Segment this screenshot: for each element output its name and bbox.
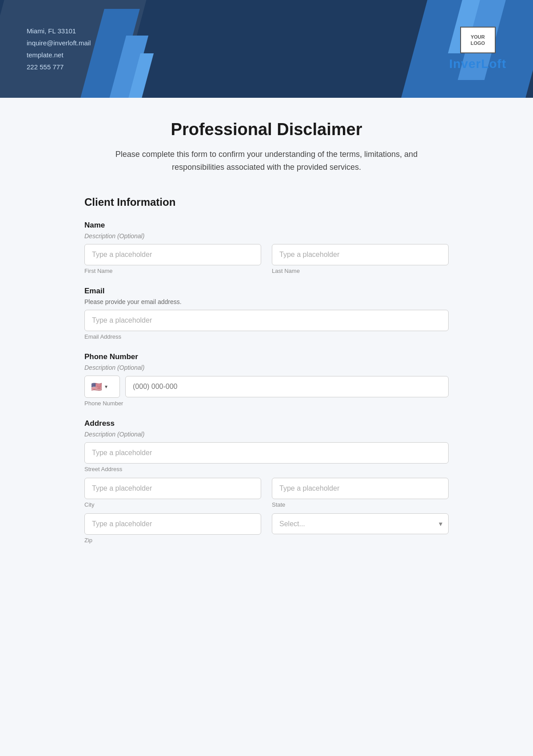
city-state-row: City State xyxy=(84,478,449,508)
phone-label: Phone Number xyxy=(84,352,449,361)
zip-hint: Zip xyxy=(84,537,261,544)
logo-box: YOUR LOGO xyxy=(460,27,496,53)
street-row: Street Address xyxy=(84,442,449,472)
brand-name: InverLoft xyxy=(449,57,506,71)
main-content: Professional Disclaimer Please complete … xyxy=(0,98,533,584)
email-hint: Email Address xyxy=(84,333,449,340)
email-description: Please provide your email address. xyxy=(84,298,449,305)
first-name-col: First Name xyxy=(84,244,261,274)
header-brand: YOUR LOGO InverLoft xyxy=(449,27,506,71)
name-description: Description (Optional) xyxy=(84,232,449,240)
last-name-col: Last Name xyxy=(272,244,449,274)
address-label: Address xyxy=(84,419,449,428)
logo-text-line2: LOGO xyxy=(470,40,485,46)
contact-email: inquire@inverloft.mail xyxy=(27,37,91,49)
contact-address: Miami, FL 33101 xyxy=(27,25,91,37)
street-hint: Street Address xyxy=(84,466,449,472)
client-info-heading: Client Information xyxy=(84,196,449,208)
country-selector-button[interactable]: 🇺🇸 ▾ xyxy=(84,376,120,398)
flag-icon: 🇺🇸 xyxy=(91,381,102,392)
city-hint: City xyxy=(84,501,261,508)
phone-number-input[interactable] xyxy=(125,376,449,397)
phone-input-row: 🇺🇸 ▾ xyxy=(84,376,449,398)
name-label: Name xyxy=(84,221,449,230)
last-name-hint: Last Name xyxy=(272,268,449,274)
email-input[interactable] xyxy=(84,310,449,331)
page-title: Professional Disclaimer xyxy=(84,120,449,139)
phone-description: Description (Optional) xyxy=(84,364,449,371)
zip-col: Zip xyxy=(84,513,261,544)
address-select[interactable]: Select... xyxy=(272,513,449,534)
name-field-group: Name Description (Optional) First Name L… xyxy=(84,221,449,274)
phone-hint: Phone Number xyxy=(84,400,449,407)
name-inputs-row: First Name Last Name xyxy=(84,244,449,274)
state-hint: State xyxy=(272,501,449,508)
page-header: Miami, FL 33101 inquire@inverloft.mail t… xyxy=(0,0,533,98)
header-contact-info: Miami, FL 33101 inquire@inverloft.mail t… xyxy=(27,25,91,73)
address-description: Description (Optional) xyxy=(84,431,449,438)
zip-input[interactable] xyxy=(84,513,261,535)
logo-text-line1: YOUR xyxy=(471,34,485,40)
select-col: Select... xyxy=(272,513,449,544)
city-col: City xyxy=(84,478,261,508)
state-col: State xyxy=(272,478,449,508)
email-field-group: Email Please provide your email address.… xyxy=(84,287,449,340)
last-name-input[interactable] xyxy=(272,244,449,265)
contact-phone: 222 555 777 xyxy=(27,61,91,73)
city-input[interactable] xyxy=(84,478,261,499)
contact-website: template.net xyxy=(27,49,91,61)
client-info-section: Client Information Name Description (Opt… xyxy=(84,196,449,544)
address-field-group: Address Description (Optional) Street Ad… xyxy=(84,419,449,544)
chevron-down-icon: ▾ xyxy=(105,384,107,390)
select-wrapper: Select... xyxy=(272,513,449,534)
phone-field-group: Phone Number Description (Optional) 🇺🇸 ▾… xyxy=(84,352,449,407)
state-input[interactable] xyxy=(272,478,449,499)
page-subtitle: Please complete this form to confirm you… xyxy=(111,148,422,174)
street-address-input[interactable] xyxy=(84,442,449,464)
zip-select-row: Zip Select... xyxy=(84,513,449,544)
email-label: Email xyxy=(84,287,449,296)
first-name-input[interactable] xyxy=(84,244,261,265)
first-name-hint: First Name xyxy=(84,268,261,274)
